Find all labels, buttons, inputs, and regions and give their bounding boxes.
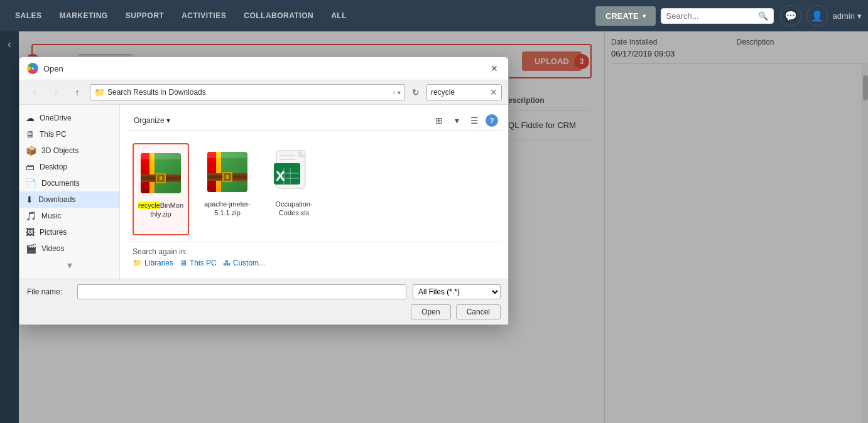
- sidebar-videos[interactable]: 🎬 Videos: [19, 240, 119, 257]
- filename-label: File name:: [27, 287, 71, 296]
- address-bar-text: Search Results in Downloads: [107, 88, 391, 97]
- nav-all[interactable]: ALL: [322, 0, 355, 31]
- nav-collaboration[interactable]: COLLABORATION: [235, 0, 322, 31]
- pictures-icon: 🖼: [26, 227, 35, 237]
- sidebar-scroll-more: ▾: [19, 257, 119, 274]
- nav-marketing[interactable]: MARKETING: [51, 0, 117, 31]
- search-icon: 🔍: [758, 11, 768, 21]
- address-chevron: ›: [393, 89, 395, 96]
- refresh-button[interactable]: ↻: [409, 85, 423, 99]
- sidebar-documents[interactable]: 📄 Documents: [19, 175, 119, 191]
- organize-button[interactable]: Organize ▾: [130, 115, 174, 126]
- dialog-sidebar: ☁ OneDrive 🖥 This PC 📦 3D Objects 🗃 Desk…: [19, 105, 120, 279]
- view-details-button[interactable]: ☰: [467, 114, 482, 127]
- xlsx-icon: X: [269, 147, 319, 197]
- file-name-2: apache-jmeter-5.1.1.zip: [203, 200, 252, 218]
- sidebar-music-label: Music: [41, 212, 61, 220]
- view-dropdown-button[interactable]: ▾: [449, 114, 464, 127]
- sidebar-downloads[interactable]: ⬇ Downloads: [19, 191, 119, 208]
- address-dropdown-arrow[interactable]: ▾: [398, 89, 401, 96]
- search-link-custom[interactable]: 🖧 Custom...: [223, 259, 265, 267]
- dialog-bottom: File name: All Files (*.*) Open Cancel: [19, 279, 508, 324]
- file-name-1: recycleBinMonthly.zip: [138, 201, 184, 219]
- svg-rect-16: [207, 152, 247, 158]
- organize-chevron: ▾: [166, 116, 170, 125]
- search-again-label: Search again in:: [133, 247, 496, 256]
- create-dropdown-arrow: ▾: [643, 13, 646, 19]
- thispc-small-icon: 🖥: [180, 259, 187, 267]
- sidebar-3dobjects-label: 3D Objects: [41, 146, 79, 155]
- forward-button[interactable]: ›: [47, 85, 65, 100]
- top-navigation: SALES MARKETING SUPPORT ACTIVITIES COLLA…: [0, 0, 868, 31]
- search-box: recycle ✕: [426, 84, 502, 100]
- nav-support[interactable]: SUPPORT: [117, 0, 173, 31]
- winrar-zip-icon-1: [136, 148, 186, 198]
- file-item-apache[interactable]: apache-jmeter-5.1.1.zip: [199, 143, 256, 235]
- sidebar-music[interactable]: 🎵 Music: [19, 208, 119, 224]
- search-clear-button[interactable]: ✕: [490, 87, 497, 97]
- file-item-occupation[interactable]: X: [266, 143, 322, 235]
- dialog-titlebar: Open ✕: [19, 57, 508, 80]
- dialog-overlay: Open ✕ ‹ › ↑ 📁 Search Results in Downloa…: [0, 31, 868, 423]
- 3dobjects-icon: 📦: [26, 146, 36, 156]
- nav-icons: 💬 👤 admin ▾: [780, 5, 862, 26]
- sidebar-onedrive-label: OneDrive: [40, 114, 72, 122]
- downloads-icon: ⬇: [26, 195, 33, 205]
- view-icons: ⊞ ▾ ☰: [431, 114, 482, 127]
- sidebar-pictures-label: Pictures: [40, 228, 67, 237]
- onedrive-icon: ☁: [26, 113, 35, 123]
- user-icon-button[interactable]: 👤: [806, 5, 828, 26]
- custom-icon: 🖧: [223, 259, 231, 267]
- svg-rect-8: [141, 153, 181, 159]
- dialog-content: ☁ OneDrive 🖥 This PC 📦 3D Objects 🗃 Desk…: [19, 105, 508, 279]
- files-grid: recycleBinMonthly.zip: [126, 137, 502, 242]
- admin-dropdown-arrow: ▾: [857, 11, 862, 21]
- search-again-section: Search again in: 📁 Libraries 🖥 This PC: [126, 242, 502, 272]
- sidebar-videos-label: Videos: [41, 244, 64, 253]
- cancel-button[interactable]: Cancel: [456, 304, 501, 319]
- sidebar-desktop[interactable]: 🗃 Desktop: [19, 159, 119, 175]
- admin-button[interactable]: admin ▾: [833, 11, 862, 21]
- chat-icon-button[interactable]: 💬: [780, 5, 801, 26]
- sidebar-pictures[interactable]: 🖼 Pictures: [19, 224, 119, 240]
- address-bar[interactable]: 📁 Search Results in Downloads › ▾: [90, 84, 405, 100]
- thispc-icon: 🖥: [26, 129, 35, 139]
- sidebar-thispc-label: This PC: [40, 130, 67, 139]
- nav-activities[interactable]: ACTIVITIES: [173, 0, 235, 31]
- create-button[interactable]: CREATE ▾: [595, 6, 655, 26]
- filename-input[interactable]: [77, 284, 406, 299]
- documents-icon: 📄: [26, 178, 36, 188]
- svg-rect-7: [160, 176, 162, 180]
- file-area: Organize ▾ ⊞ ▾ ☰ ?: [120, 105, 508, 279]
- sidebar-downloads-label: Downloads: [38, 195, 75, 204]
- search-link-thispc[interactable]: 🖥 This PC: [180, 259, 217, 267]
- back-button[interactable]: ‹: [26, 85, 43, 100]
- file-item-recycle[interactable]: recycleBinMonthly.zip: [133, 143, 189, 235]
- dialog-action-row: Open Cancel: [27, 304, 501, 319]
- up-button[interactable]: ↑: [68, 85, 86, 100]
- folder-icon: 📁: [94, 87, 105, 97]
- dialog-close-button[interactable]: ✕: [488, 62, 501, 75]
- search-bar: 🔍: [661, 8, 774, 24]
- main-content: ‹ 1 Module Choose File No file chosen UP…: [0, 31, 868, 423]
- sidebar-3dobjects[interactable]: 📦 3D Objects: [19, 142, 119, 159]
- help-button[interactable]: ?: [486, 114, 498, 127]
- sidebar-onedrive[interactable]: ☁ OneDrive: [19, 110, 119, 126]
- search-input[interactable]: [666, 11, 754, 21]
- nav-sales[interactable]: SALES: [6, 0, 51, 31]
- open-button[interactable]: Open: [411, 304, 450, 319]
- search-link-libraries[interactable]: 📁 Libraries: [133, 259, 173, 267]
- open-file-dialog: Open ✕ ‹ › ↑ 📁 Search Results in Downloa…: [19, 56, 509, 325]
- view-grid-button[interactable]: ⊞: [431, 114, 447, 127]
- chrome-icon: [27, 63, 38, 74]
- search-box-text: recycle: [431, 88, 487, 97]
- sidebar-thispc[interactable]: 🖥 This PC: [19, 126, 119, 142]
- music-icon: 🎵: [26, 211, 36, 221]
- winrar-zip-icon-2: [202, 147, 252, 197]
- organize-bar: Organize ▾ ⊞ ▾ ☰ ?: [126, 111, 502, 131]
- filetype-select[interactable]: All Files (*.*): [413, 284, 501, 299]
- search-again-links: 📁 Libraries 🖥 This PC 🖧 Custom...: [133, 259, 496, 267]
- create-label: CREATE: [605, 11, 638, 21]
- admin-label: admin: [833, 11, 855, 21]
- dialog-title: Open: [43, 64, 483, 73]
